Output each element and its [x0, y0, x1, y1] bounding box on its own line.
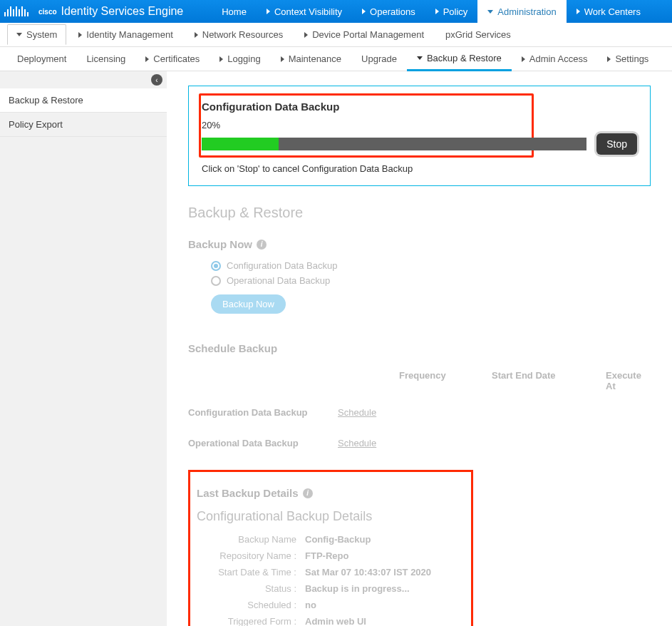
subtab-identity-management[interactable]: Identity Management — [69, 24, 182, 45]
tab-work-centers[interactable]: Work Centers — [567, 0, 651, 23]
row-label: Operational Data Backup — [188, 438, 338, 448]
tab3-licensing[interactable]: Licensing — [76, 47, 135, 71]
tab3-certificates[interactable]: Certificates — [135, 47, 210, 71]
arrow-down-icon — [487, 10, 493, 14]
tab3-upgrade[interactable]: Upgrade — [351, 47, 407, 71]
arrow-right-icon — [435, 9, 439, 14]
sidebar-item-backup-restore[interactable]: Backup & Restore — [0, 88, 167, 113]
radio-label: Configuration Data Backup — [227, 260, 337, 271]
subtab-network-resources[interactable]: Network Resources — [185, 24, 292, 45]
last-backup-heading: Last Backup Details i — [197, 487, 465, 499]
dimmed-overlay-content: Backup & Restore Backup Now i Configurat… — [188, 205, 651, 626]
header-execute-at: Execute At — [606, 364, 651, 397]
header-start-end: Start End Date — [492, 364, 606, 397]
detail-repo-name: Repository Name : FTP-Repo — [197, 550, 465, 561]
arrow-right-icon — [219, 56, 223, 62]
stop-hint-text: Click on 'Stop' to cancel Configuration … — [202, 163, 637, 174]
detail-status: Status : Backup is in progress... — [197, 583, 465, 594]
schedule-link-config[interactable]: Schedule — [338, 407, 376, 418]
detail-start-date: Start Date & Time : Sat Mar 07 10:43:07 … — [197, 567, 465, 578]
row-label: Configuration Data Backup — [188, 407, 338, 418]
arrow-right-icon — [195, 32, 198, 38]
page-title: Backup & Restore — [188, 205, 651, 221]
arrow-right-icon — [304, 32, 308, 38]
stop-button[interactable]: Stop — [596, 133, 637, 155]
header-frequency: Frequency — [399, 364, 492, 397]
progress-bar-fill — [202, 138, 279, 150]
config-details-title: Configurational Backup Details — [197, 509, 465, 524]
tab3-backup-restore[interactable]: Backup & Restore — [407, 47, 512, 71]
last-backup-details-box: Last Backup Details i Configurational Ba… — [188, 470, 473, 626]
schedule-row-operational: Operational Data Backup Schedule — [188, 428, 651, 458]
product-name: Identity Services Engine — [61, 5, 184, 18]
sidebar-item-policy-export[interactable]: Policy Export — [0, 113, 167, 137]
arrow-down-icon — [417, 56, 423, 60]
second-nav: System Identity Management Network Resou… — [0, 23, 672, 47]
third-nav: Deployment Licensing Certificates Loggin… — [0, 47, 672, 71]
detail-triggered-from: Triggered Form : Admin web UI — [197, 616, 465, 626]
schedule-backup-heading: Schedule Backup — [188, 342, 651, 354]
radio-config-backup[interactable]: Configuration Data Backup — [211, 260, 651, 271]
subtab-device-portal[interactable]: Device Portal Management — [295, 24, 433, 45]
main-tabs: Home Context Visibility Operations Polic… — [212, 0, 651, 23]
backup-progress-box: Configuration Data Backup 20% Stop Click… — [188, 86, 651, 186]
logo-text: cisco — [38, 8, 57, 16]
radio-label: Operational Data Backup — [227, 275, 330, 286]
content-area: Configuration Data Backup 20% Stop Click… — [167, 71, 672, 626]
radio-icon — [211, 276, 221, 286]
info-icon[interactable]: i — [303, 488, 313, 498]
backup-radio-group: Configuration Data Backup Operational Da… — [211, 260, 651, 286]
sidebar: ‹ Backup & Restore Policy Export — [0, 71, 167, 626]
tab3-logging[interactable]: Logging — [210, 47, 270, 71]
radio-icon — [211, 261, 221, 271]
tab3-maintenance[interactable]: Maintenance — [271, 47, 351, 71]
schedule-header: Frequency Start End Date Execute At — [188, 364, 651, 397]
arrow-right-icon — [281, 56, 284, 62]
arrow-right-icon — [267, 9, 270, 14]
progress-title: Configuration Data Backup — [202, 101, 637, 113]
top-header: cisco Identity Services Engine Home Cont… — [0, 0, 672, 23]
tab-administration[interactable]: Administration — [477, 0, 566, 23]
arrow-right-icon — [145, 56, 149, 62]
tab-context-visibility[interactable]: Context Visibility — [257, 0, 352, 23]
schedule-link-operational[interactable]: Schedule — [338, 438, 376, 448]
radio-operational-backup[interactable]: Operational Data Backup — [211, 275, 651, 286]
arrow-right-icon — [522, 56, 525, 62]
tab3-deployment[interactable]: Deployment — [7, 47, 76, 71]
tab3-settings[interactable]: Settings — [597, 47, 658, 71]
tab-operations[interactable]: Operations — [352, 0, 425, 23]
backup-now-button[interactable]: Backup Now — [211, 294, 286, 314]
progress-bar — [202, 138, 586, 150]
backup-now-heading: Backup Now i — [188, 238, 651, 250]
tab-policy[interactable]: Policy — [425, 0, 478, 23]
tab3-admin-access[interactable]: Admin Access — [512, 47, 598, 71]
arrow-down-icon — [16, 33, 22, 36]
detail-scheduled: Scheduled : no — [197, 600, 465, 610]
arrow-right-icon — [577, 9, 580, 14]
subtab-pxgrid[interactable]: pxGrid Services — [436, 24, 520, 45]
arrow-right-icon — [607, 56, 611, 62]
schedule-row-config: Configuration Data Backup Schedule — [188, 397, 651, 428]
subtab-system[interactable]: System — [7, 24, 66, 45]
tab-home[interactable]: Home — [212, 0, 257, 23]
sidebar-collapse-icon[interactable]: ‹ — [151, 74, 162, 86]
info-icon[interactable]: i — [257, 240, 267, 250]
schedule-table: Frequency Start End Date Execute At Conf… — [188, 364, 651, 458]
detail-backup-name: Backup Name Config-Backup — [197, 534, 465, 545]
progress-percent-text: 20% — [202, 120, 637, 130]
arrow-right-icon — [362, 9, 366, 14]
logo — [0, 6, 37, 16]
arrow-right-icon — [78, 32, 82, 38]
